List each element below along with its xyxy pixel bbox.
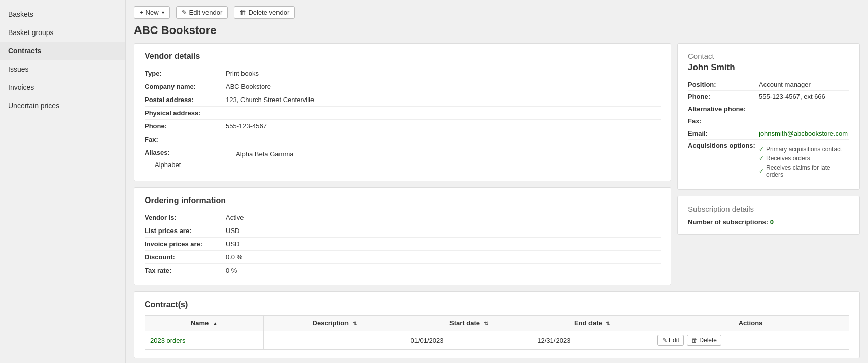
acq-option-3-label: Receives claims for late orders (766, 164, 849, 178)
acq-option-1: ✓ Primary acquisitions contact (759, 145, 849, 154)
toolbar: + New ▾ ✎ Edit vendor 🗑 Delete vendor (134, 3, 860, 24)
contract-description-cell (263, 331, 405, 350)
discount-label: Discount: (145, 253, 226, 261)
vendor-details-card: Vendor details Type: Print books Company… (134, 43, 671, 181)
sidebar-item-baskets[interactable]: Baskets (0, 5, 125, 23)
col-end-date-label: End date (574, 319, 602, 327)
type-value: Print books (226, 70, 661, 77)
col-actions-label: Actions (739, 319, 763, 327)
alt-phone-row: Alternative phone: (688, 103, 849, 115)
physical-address-row: Physical address: (145, 107, 661, 120)
col-start-date[interactable]: Start date ⇅ (405, 316, 532, 331)
plus-icon: + (140, 9, 144, 16)
content-grid: Vendor details Type: Print books Company… (134, 43, 860, 358)
sort-description-icon: ⇅ (353, 321, 357, 326)
contract-end-date-cell: 12/31/2023 (532, 331, 652, 350)
contract-name-cell: 2023 orders (145, 331, 264, 350)
email-label: Email: (688, 129, 759, 137)
table-row: 2023 orders 01/01/2023 12/31/2023 ✎ Edit… (145, 331, 849, 350)
contact-fax-label: Fax: (688, 117, 759, 125)
col-description[interactable]: Description ⇅ (263, 316, 405, 331)
sidebar: Baskets Basket groups Contracts Issues I… (0, 0, 126, 363)
sidebar-item-contracts[interactable]: Contracts (0, 42, 125, 60)
contact-fax-row: Fax: (688, 115, 849, 127)
contact-card: Contact John Smith Position: Account man… (677, 43, 860, 190)
company-name-label: Company name: (145, 83, 226, 90)
page-title: ABC Bookstore (134, 24, 860, 37)
email-value[interactable]: johnsmith@abcbookstore.com (759, 129, 849, 137)
contact-section-title: Contact (688, 52, 849, 60)
vendor-details-title: Vendor details (145, 52, 661, 61)
delete-vendor-label: Delete vendor (248, 9, 289, 16)
company-name-row: Company name: ABC Bookstore (145, 80, 661, 93)
contract-edit-button[interactable]: ✎ Edit (657, 335, 684, 346)
col-name[interactable]: Name ▲ (145, 316, 264, 331)
alias-1: Alpha Beta Gamma (226, 149, 661, 159)
edit-pencil-icon: ✎ (662, 337, 667, 344)
subscription-count: Number of subscriptions: 0 (688, 218, 849, 226)
sidebar-item-issues[interactable]: Issues (0, 60, 125, 78)
position-label: Position: (688, 81, 759, 88)
sort-name-icon: ▲ (213, 321, 218, 326)
ordering-info-card: Ordering information Vendor is: Active L… (134, 187, 671, 285)
discount-value: 0.0 % (226, 253, 661, 261)
sidebar-item-uncertain-prices[interactable]: Uncertain prices (0, 96, 125, 115)
email-row: Email: johnsmith@abcbookstore.com (688, 127, 849, 140)
postal-address-row: Postal address: 123, Church Street Cente… (145, 93, 661, 107)
aliases-label: Aliases: (145, 149, 226, 156)
new-button[interactable]: + New ▾ (134, 6, 170, 19)
acq-option-2: ✓ Receives orders (759, 154, 849, 163)
col-end-date[interactable]: End date ⇅ (532, 316, 652, 331)
contact-name: John Smith (688, 62, 849, 73)
sort-start-date-icon: ⇅ (484, 321, 488, 326)
fax-label: Fax: (145, 136, 226, 143)
delete-vendor-button[interactable]: 🗑 Delete vendor (234, 6, 295, 19)
type-label: Type: (145, 70, 226, 77)
contract-start-date-cell: 01/01/2023 (405, 331, 532, 350)
tax-rate-value: 0 % (226, 267, 661, 274)
postal-address-value: 123, Church Street Centerville (226, 96, 661, 104)
position-value: Account manager (759, 81, 849, 88)
col-actions: Actions (652, 316, 849, 331)
vendor-is-row: Vendor is: Active (145, 211, 661, 224)
new-button-label: New (146, 9, 159, 16)
aliases-row: Aliases: Alpha Beta Gamma Alphabet (145, 146, 661, 173)
contracts-table: Name ▲ Description ⇅ Start date ⇅ End (145, 315, 849, 350)
caret-icon: ▾ (162, 10, 164, 15)
postal-address-label: Postal address: (145, 96, 226, 104)
invoice-prices-value: USD (226, 240, 661, 248)
acq-option-2-label: Receives orders (766, 155, 810, 162)
sidebar-item-invoices[interactable]: Invoices (0, 78, 125, 96)
list-prices-row: List prices are: USD (145, 224, 661, 238)
col-start-date-label: Start date (449, 319, 480, 327)
subscription-details-card: Subscription details Number of subscript… (677, 196, 860, 235)
subscription-count-label: Number of subscriptions: (688, 218, 770, 226)
right-panel: Contact John Smith Position: Account man… (677, 43, 860, 285)
physical-address-label: Physical address: (145, 109, 226, 117)
check-icon-2: ✓ (759, 155, 764, 162)
phone-row: Phone: 555-123-4567 (145, 120, 661, 133)
sidebar-item-basket-groups[interactable]: Basket groups (0, 23, 125, 42)
company-name-value: ABC Bookstore (226, 83, 661, 90)
acq-options-row: Acquisitions options: ✓ Primary acquisit… (688, 140, 849, 181)
list-prices-label: List prices are: (145, 227, 226, 235)
alias-2: Alphabet (145, 159, 226, 170)
main-content: + New ▾ ✎ Edit vendor 🗑 Delete vendor AB… (126, 0, 868, 363)
col-description-label: Description (313, 319, 349, 327)
contract-name-link[interactable]: 2023 orders (150, 337, 185, 344)
contact-phone-value: 555-123-4567, ext 666 (759, 93, 849, 101)
position-row: Position: Account manager (688, 79, 849, 91)
vendor-is-label: Vendor is: (145, 214, 226, 221)
tax-rate-row: Tax rate: 0 % (145, 264, 661, 277)
left-column: Vendor details Type: Print books Company… (134, 43, 671, 285)
ordering-info-title: Ordering information (145, 196, 661, 205)
edit-vendor-button[interactable]: ✎ Edit vendor (176, 6, 228, 19)
acq-option-1-label: Primary acquisitions contact (766, 146, 842, 153)
delete-trash-icon: 🗑 (691, 337, 698, 344)
type-row: Type: Print books (145, 67, 661, 80)
contract-delete-button[interactable]: 🗑 Delete (687, 335, 721, 346)
table-header-row: Name ▲ Description ⇅ Start date ⇅ End (145, 316, 849, 331)
fax-row: Fax: (145, 133, 661, 146)
contract-actions-cell: ✎ Edit 🗑 Delete (652, 331, 849, 350)
contact-phone-label: Phone: (688, 93, 759, 101)
